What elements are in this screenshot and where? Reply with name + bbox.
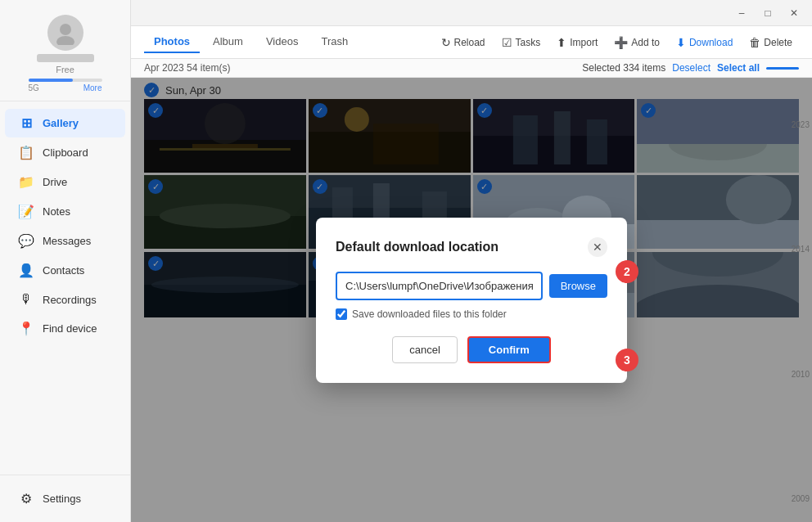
sidebar-item-clipboard[interactable]: 📋 Clipboard	[5, 138, 125, 167]
add-to-icon: ➕	[614, 36, 628, 49]
title-bar: – □ ✕	[131, 0, 812, 26]
sidebar-item-settings[interactable]: ⚙ Settings	[5, 484, 125, 513]
storage-bar-fill	[29, 79, 73, 82]
tasks-label: Tasks	[516, 37, 541, 48]
svg-point-0	[60, 24, 71, 35]
sidebar-label-drive: Drive	[43, 176, 67, 188]
delete-label: Delete	[764, 37, 792, 48]
tab-trash[interactable]: Trash	[311, 31, 358, 53]
modal-header: Default download location ✕	[336, 237, 607, 257]
info-bar-right: Selected 334 items Deselect Select all	[582, 62, 799, 74]
minimize-button[interactable]: –	[732, 3, 751, 23]
clipboard-icon: 📋	[18, 145, 34, 160]
reload-button[interactable]: ↻ Reload	[435, 33, 492, 52]
photo-grid-container: ✓ Sun, Apr 30 ✓ ✓ ✓ ✓	[131, 78, 812, 522]
svg-point-1	[56, 36, 74, 45]
contacts-icon: 👤	[18, 263, 34, 278]
download-label: Download	[689, 37, 733, 48]
storage-used: 5G	[29, 83, 39, 92]
reload-label: Reload	[454, 37, 485, 48]
sidebar-label-settings: Settings	[43, 493, 81, 505]
sidebar-item-gallery[interactable]: ⊞ Gallery	[5, 109, 125, 137]
sidebar-item-find-device[interactable]: 📍 Find device	[5, 314, 125, 343]
notes-icon: 📝	[18, 204, 34, 219]
toolbar: Photos Album Videos Trash ↻ Reload ☑ Tas…	[131, 26, 812, 59]
download-button[interactable]: ⬇ Download	[670, 33, 739, 52]
info-bar: Apr 2023 54 item(s) Selected 334 items D…	[131, 59, 812, 78]
sidebar-item-recordings[interactable]: 🎙 Recordings	[5, 286, 125, 313]
maximize-button[interactable]: □	[758, 3, 778, 23]
messages-icon: 💬	[18, 233, 34, 249]
sidebar-label-gallery: Gallery	[43, 117, 79, 129]
main-content: – □ ✕ Photos Album Videos Trash ↻ Reload…	[131, 0, 812, 522]
modal-actions: cancel Confirm	[336, 336, 607, 363]
user-profile: Free 5G More	[0, 0, 130, 101]
import-icon: ⬆	[557, 36, 566, 49]
modal-checkbox-row: Save downloaded files to this folder	[336, 308, 607, 320]
download-path-input[interactable]	[336, 272, 543, 300]
add-to-button[interactable]: ➕ Add to	[607, 33, 666, 52]
import-label: Import	[570, 37, 598, 48]
sidebar: Free 5G More ⊞ Gallery 📋 Clipboard 📁 Dri…	[0, 0, 131, 522]
item-count: 54 item(s)	[187, 62, 230, 74]
tasks-icon: ☑	[502, 36, 512, 49]
close-button[interactable]: ✕	[784, 3, 804, 23]
sidebar-label-messages: Messages	[43, 235, 91, 247]
user-plan: Free	[56, 65, 74, 74]
storage-more[interactable]: More	[83, 83, 102, 92]
tab-album[interactable]: Album	[203, 31, 253, 53]
tab-photos[interactable]: Photos	[144, 31, 200, 53]
storage-info: 5G More	[29, 83, 102, 92]
browse-button[interactable]: Browse	[549, 274, 607, 298]
delete-button[interactable]: 🗑 Delete	[742, 33, 799, 52]
delete-icon: 🗑	[749, 36, 760, 49]
tasks-button[interactable]: ☑ Tasks	[495, 33, 548, 52]
tab-videos[interactable]: Videos	[256, 31, 309, 53]
modal-input-row: Browse	[336, 272, 607, 300]
storage-bar	[29, 79, 102, 82]
select-all-link[interactable]: Select all	[717, 62, 760, 74]
selected-info: Selected 334 items	[582, 62, 665, 74]
gallery-icon: ⊞	[18, 115, 34, 131]
avatar	[47, 15, 83, 51]
sidebar-item-contacts[interactable]: 👤 Contacts	[5, 256, 125, 285]
date-range: Apr 2023	[144, 62, 184, 74]
modal-title: Default download location	[336, 240, 498, 254]
cancel-button[interactable]: cancel	[392, 336, 458, 363]
checkbox-label: Save downloaded files to this folder	[352, 308, 507, 320]
settings-icon: ⚙	[18, 491, 34, 506]
modal-close-button[interactable]: ✕	[588, 237, 607, 257]
add-to-label: Add to	[631, 37, 660, 48]
sidebar-bottom: ⚙ Settings	[0, 475, 130, 522]
modal-overlay: Default download location ✕ Browse Save …	[131, 78, 812, 522]
download-location-modal: Default download location ✕ Browse Save …	[316, 218, 627, 383]
select-all-indicator	[766, 67, 799, 70]
confirm-button[interactable]: Confirm	[467, 336, 551, 363]
import-button[interactable]: ⬆ Import	[550, 33, 604, 52]
user-name-placeholder	[37, 54, 94, 62]
find-device-icon: 📍	[18, 321, 34, 336]
sidebar-item-notes[interactable]: 📝 Notes	[5, 197, 125, 226]
sidebar-label-find-device: Find device	[43, 322, 97, 335]
drive-icon: 📁	[18, 174, 34, 190]
sidebar-label-notes: Notes	[43, 205, 70, 218]
recordings-icon: 🎙	[18, 292, 34, 307]
sidebar-nav: ⊞ Gallery 📋 Clipboard 📁 Drive 📝 Notes 💬 …	[0, 101, 130, 475]
deselect-link[interactable]: Deselect	[672, 62, 710, 74]
sidebar-label-clipboard: Clipboard	[43, 146, 88, 159]
reload-icon: ↻	[441, 36, 451, 49]
sidebar-item-drive[interactable]: 📁 Drive	[5, 168, 125, 196]
sidebar-item-messages[interactable]: 💬 Messages	[5, 227, 125, 255]
sidebar-label-contacts: Contacts	[43, 264, 84, 277]
download-icon: ⬇	[676, 36, 686, 49]
step-3-badge: 3	[616, 349, 638, 371]
step-2-badge: 2	[616, 260, 638, 283]
save-to-folder-checkbox[interactable]	[336, 308, 347, 320]
sidebar-label-recordings: Recordings	[43, 294, 97, 306]
